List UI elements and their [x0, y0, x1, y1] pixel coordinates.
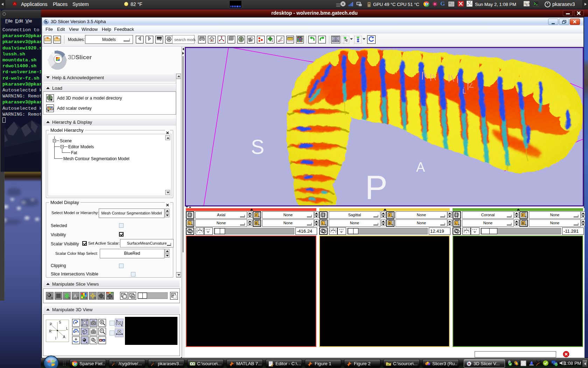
svg-text:P: P — [365, 169, 387, 205]
svg-text:A: A — [74, 293, 77, 299]
svg-text:R: R — [49, 329, 51, 333]
svg-text:L: L — [189, 222, 191, 225]
svg-text:3DSlicer: 3DSlicer — [68, 54, 92, 61]
svg-text:B: B — [522, 222, 524, 225]
svg-text:L: L — [455, 222, 457, 225]
svg-text:P: P — [50, 322, 52, 326]
svg-text:F: F — [522, 213, 524, 217]
svg-text:S: S — [251, 136, 264, 158]
svg-text:L: L — [66, 327, 68, 330]
svg-text:B: B — [388, 222, 391, 225]
svg-text:A: A — [416, 160, 425, 175]
svg-text:B: B — [132, 295, 134, 298]
svg-text:B: B — [255, 222, 258, 225]
svg-text:L: L — [322, 222, 324, 225]
svg-text:A: A — [63, 335, 65, 339]
svg-text:Ĺ: Ĺ — [462, 87, 466, 95]
svg-text:F: F — [389, 213, 391, 217]
svg-text:I: I — [55, 336, 56, 340]
svg-text:F: F — [255, 213, 258, 217]
svg-text:F: F — [172, 294, 174, 297]
svg-text:S: S — [59, 320, 61, 324]
